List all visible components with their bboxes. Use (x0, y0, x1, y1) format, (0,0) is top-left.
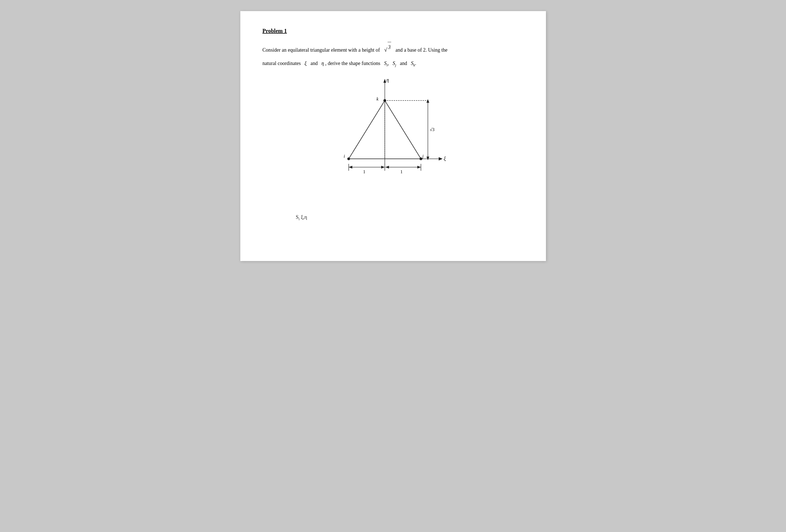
height-arrow-top (426, 99, 429, 103)
diagram-area: η ξ √3 (262, 75, 524, 203)
handwritten-text: Si ξ,η (296, 214, 307, 220)
eta-symbol: η (321, 61, 324, 66)
dim-arrow-left-start (349, 166, 352, 169)
handwritten-formula: Si ξ,η (296, 214, 524, 221)
text-consider: Consider an equilateral triangular eleme… (262, 47, 380, 53)
text-and-base: and a base of 2. Using the (395, 47, 447, 53)
comma1: , (388, 61, 389, 66)
period: . (415, 61, 416, 66)
text-derive: , derive the shape functions (325, 61, 380, 66)
sqrt-content: 3 (388, 42, 391, 53)
sqrt-symbol: √ (384, 47, 387, 53)
page: Problem 1 Consider an equilateral triang… (240, 11, 546, 261)
dim-arrow-left-end (381, 166, 385, 169)
dim-label-1-left: 1 (363, 169, 365, 174)
text-and1: and (310, 61, 318, 66)
triangle-left (349, 100, 385, 159)
vertex-k-label: k (376, 97, 379, 101)
xi-symbol: ξ (304, 61, 307, 66)
triangle-right (385, 100, 421, 159)
problem-title: Problem 1 (262, 28, 524, 34)
S2-sub: j (395, 63, 396, 67)
sqrt3-expression: √3 (384, 42, 391, 53)
text-and2: and (400, 61, 407, 66)
S1-label: Si (384, 61, 388, 66)
S3-label: Sk (411, 61, 415, 66)
vertex-j-label: j (422, 154, 424, 159)
height-arrow-bottom (426, 156, 429, 160)
dim-label-1-right: 1 (400, 169, 402, 174)
eta-arrow (384, 79, 386, 83)
xi-arrow (439, 157, 443, 161)
sqrt3-dim-label: √3 (430, 127, 435, 132)
triangle-diagram: η ξ √3 (321, 75, 465, 203)
dim-arrow-right-start (385, 166, 389, 169)
eta-axis-label: η (387, 77, 389, 83)
xi-axis-label: ξ (444, 156, 446, 161)
vertex-i-label: i (344, 154, 345, 159)
dim-arrow-right-end (417, 166, 421, 169)
vertex-j-dot (419, 158, 422, 160)
text-natural: natural coordinates (262, 61, 301, 66)
problem-text: Consider an equilateral triangular eleme… (262, 42, 524, 55)
vertex-i-dot (347, 158, 350, 160)
S2-label: Sj (393, 61, 396, 66)
problem-text-2: natural coordinates ξ and η , derive the… (262, 58, 524, 69)
